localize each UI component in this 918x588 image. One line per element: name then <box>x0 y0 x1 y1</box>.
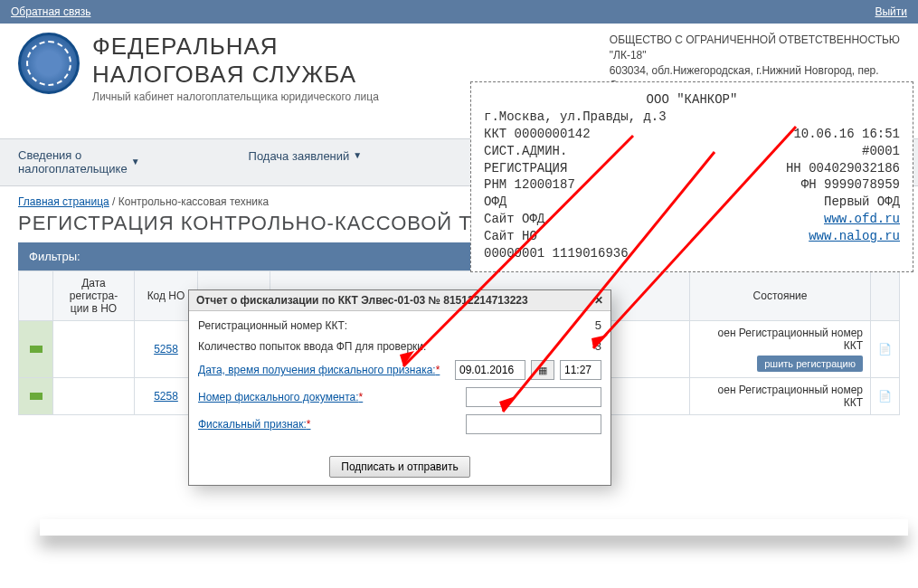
sign-submit-button[interactable]: Подписать и отправить <box>329 456 469 478</box>
breadcrumb-home[interactable]: Главная страница <box>18 195 109 208</box>
kod-link[interactable]: 5258 <box>154 390 178 403</box>
finish-registration-button[interactable]: ршить регистрацию <box>757 356 863 372</box>
document-icon[interactable]: 📄 <box>878 390 892 403</box>
nav-applications[interactable]: Подача заявлений▼ <box>249 148 363 176</box>
fns-logo <box>18 33 80 94</box>
col-state[interactable]: Состояние <box>690 270 871 320</box>
org-subtitle: Личный кабинет налогоплательщика юридиче… <box>92 90 379 103</box>
doc-number-input[interactable] <box>466 387 601 407</box>
nav-taxpayer-info[interactable]: Сведения о налогоплательщике▼ <box>18 148 140 176</box>
time-input[interactable] <box>560 360 601 380</box>
date-input[interactable] <box>455 360 525 380</box>
nalog-link[interactable]: www.nalog.ru <box>809 228 900 245</box>
receipt-title: ООО "КАНКОР" <box>484 91 900 109</box>
feedback-link[interactable]: Обратная связь <box>11 0 90 24</box>
org-title-1: ФЕДЕРАЛЬНАЯ <box>92 33 379 61</box>
label-fiscal-sign: Фискальный признак:* <box>198 418 460 431</box>
close-icon[interactable]: ✕ <box>594 294 603 307</box>
status-icon <box>30 346 43 353</box>
org-title-2: НАЛОГОВАЯ СЛУЖБА <box>92 61 379 89</box>
modal-title: Отчет о фискализации по ККТ Элвес-01-03 … <box>196 294 528 307</box>
calendar-icon[interactable]: ▦ <box>531 360 554 380</box>
ofd-link[interactable]: www.ofd.ru <box>824 211 900 228</box>
filters-label: Фильтры: <box>29 250 80 263</box>
topbar: Обратная связь Выйти <box>0 0 918 24</box>
status-icon <box>30 393 43 400</box>
fiscal-sign-input[interactable] <box>466 414 601 434</box>
fiscal-report-modal: Отчет о фискализации по ККТ Элвес-01-03 … <box>188 289 611 486</box>
label-doc-number: Номер фискального документа:* <box>198 391 460 403</box>
document-icon[interactable]: 📄 <box>878 343 892 356</box>
chevron-down-icon: ▼ <box>353 150 362 161</box>
fiscal-receipt: ООО "КАНКОР" г.Москва, ул.Правды, д.3 КК… <box>470 81 913 272</box>
logout-link[interactable]: Выйти <box>875 0 907 24</box>
col-reg-date[interactable]: Дата регистра- ции в НО <box>53 270 135 320</box>
breadcrumb-current: Контрольно-кассовая техника <box>118 195 269 208</box>
chevron-down-icon: ▼ <box>131 156 140 167</box>
label-date: Дата, время получения фискального призна… <box>198 364 450 376</box>
kod-link[interactable]: 5258 <box>154 343 178 356</box>
